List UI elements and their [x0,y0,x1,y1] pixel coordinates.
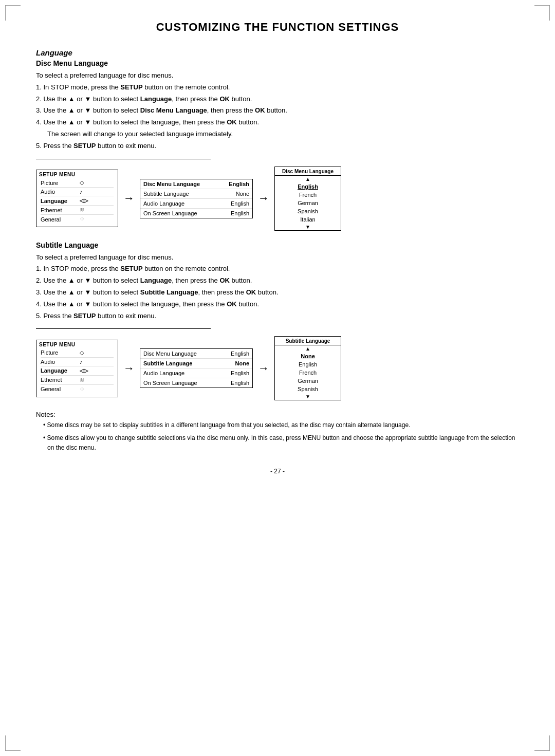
note-bullet1: • Some discs may be set to display subti… [43,420,519,430]
language-icon2: ◁▷ [80,367,88,374]
setup-menu-items2: Picture ◇ Audio ♪ Language ◁▷ Ethernet ≋… [36,348,118,397]
menu-item-ethernet1: Ethernet ≋ [41,206,114,215]
disc-menu-intro: To select a preferred language for disc … [36,70,519,81]
arrow4: → [258,362,269,375]
corner-tl [5,5,21,21]
audio-icon1: ♪ [80,189,83,195]
page-number: - 27 - [36,468,519,475]
step3-disc: 3. Use the ▲ or ▼ button to select Disc … [36,105,519,116]
rp2-english: English [275,360,341,368]
notes-section: Notes: • Some discs may be set to displa… [36,411,519,452]
mp2-row3: Audio Language English [140,368,252,378]
step3-sub: 3. Use the ▲ or ▼ button to select Subti… [36,287,519,298]
rp1-french: French [275,191,341,199]
rp2-arrow-up: ▲ [275,345,341,352]
setup-menu-label2: SETUP MENU [36,340,118,348]
setup-menu-box2: SETUP MENU Picture ◇ Audio ♪ Language ◁▷… [36,340,118,397]
page: CUSTOMIZING THE FUNCTION SETTINGS Langua… [0,0,555,756]
rp2-spanish: Spanish [275,385,341,393]
language-icon1: ◁▷ [80,197,88,204]
general-icon2: ⁘ [80,386,84,393]
step2-sub: 2. Use the ▲ or ▼ button to select Langu… [36,275,519,286]
arrow1: → [123,192,135,205]
rp1-spanish: Spanish [275,207,341,215]
ethernet-icon2: ≋ [80,377,84,383]
rp2-german: German [275,377,341,385]
right-panel2: Subtitle Language ▲ None English French … [274,336,341,400]
middle-panel2: Disc Menu Language English Subtitle Lang… [140,348,253,388]
step5-sub: 5. Press the SETUP button to exit menu. [36,311,519,322]
menu-item-picture2: Picture ◇ [41,348,114,358]
arrow2: → [258,192,269,205]
right-panel1: Disc Menu Language ▲ English French Germ… [274,167,341,231]
mp1-row3: Audio Language English [140,199,252,209]
rp1-german: German [275,199,341,207]
ethernet-icon1: ≋ [80,207,84,213]
subtitle-intro: To select a preferred language for disc … [36,252,519,263]
setup-menu-label1: SETUP MENU [36,170,118,178]
mp1-row1: Disc Menu Language English [140,179,252,189]
rp1-title: Disc Menu Language [275,167,341,176]
mp1-row2: Subtitle Language None [140,189,252,199]
setup-menu-box1: SETUP MENU Picture ◇ Audio ♪ Language ◁▷… [36,170,118,227]
rp1-italian: Italian [275,215,341,224]
step5-disc: 5. Press the SETUP button to exit menu. [36,141,519,152]
rp1-english: English [275,182,341,191]
diagram2: SETUP MENU Picture ◇ Audio ♪ Language ◁▷… [36,336,519,400]
disc-menu-language-title: Disc Menu Language [36,59,519,67]
diagram1: SETUP MENU Picture ◇ Audio ♪ Language ◁▷… [36,167,519,231]
page-title: CUSTOMIZING THE FUNCTION SETTINGS [36,21,519,34]
note-bullet2: • Some discs allow you to change subtitl… [43,433,519,452]
picture-icon2: ◇ [80,349,84,356]
menu-item-audio2: Audio ♪ [41,358,114,366]
menu-item-general2: General ⁘ [41,385,114,394]
divider2 [36,328,211,329]
mp1-row4: On Screen Language English [140,209,252,218]
setup-menu-items1: Picture ◇ Audio ♪ Language ◁▷ Ethernet ≋… [36,178,118,227]
rp1-arrow-up: ▲ [275,176,341,182]
picture-icon1: ◇ [80,179,84,186]
rp2-title: Subtitle Language [275,337,341,345]
notes-label: Notes: [36,411,519,418]
menu-item-audio1: Audio ♪ [41,188,114,196]
general-icon1: ⁘ [80,216,84,223]
corner-br [534,735,550,751]
corner-bl [5,735,21,751]
menu-item-language1: Language ◁▷ [41,196,114,206]
mp2-row4: On Screen Language English [140,378,252,388]
mp2-row2: Subtitle Language None [140,359,252,368]
rp2-none: None [275,352,341,360]
rp1-items: English French German Spanish Italian [275,182,341,224]
menu-item-language2: Language ◁▷ [41,366,114,376]
subtitle-language-title: Subtitle Language [36,241,519,249]
menu-item-picture1: Picture ◇ [41,178,114,188]
step4-disc: 4. Use the ▲ or ▼ button to select the l… [36,117,519,128]
step4-sub: 4. Use the ▲ or ▼ button to select the l… [36,299,519,310]
rp2-items: None English French German Spanish [275,352,341,393]
corner-tr [534,5,550,21]
step4b-disc: The screen will change to your selected … [47,129,519,140]
menu-item-general1: General ⁘ [41,215,114,224]
divider1 [36,159,211,159]
rp2-french: French [275,368,341,377]
rp1-arrow-down: ▼ [275,224,341,230]
step1-sub: 1. In STOP mode, press the SETUP button … [36,264,519,274]
menu-item-ethernet2: Ethernet ≋ [41,376,114,385]
step1-disc: 1. In STOP mode, press the SETUP button … [36,82,519,93]
rp2-arrow-down: ▼ [275,393,341,400]
section-language-title: Language [36,48,519,57]
step2-disc: 2. Use the ▲ or ▼ button to select Langu… [36,94,519,105]
arrow3: → [123,362,135,375]
middle-panel1: Disc Menu Language English Subtitle Lang… [140,179,253,218]
audio-icon2: ♪ [80,359,83,365]
mp2-row1: Disc Menu Language English [140,349,252,359]
